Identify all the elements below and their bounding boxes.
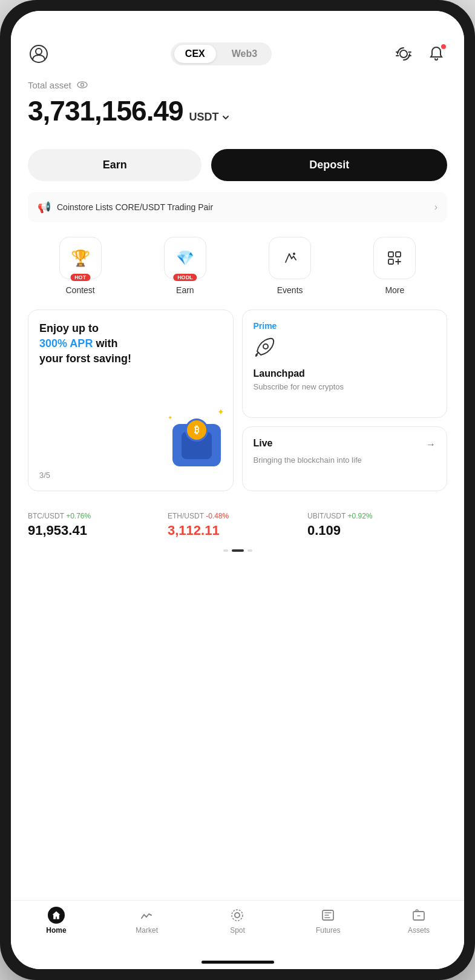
earn-card-title: Enjoy up to 300% APR with your forst sav… — [39, 321, 222, 367]
live-card-header: Live → — [254, 438, 436, 451]
notification-icon[interactable] — [425, 43, 447, 65]
nav-home[interactable]: Home — [11, 907, 102, 935]
futures-nav-label: Futures — [316, 926, 341, 935]
ubit-change: +0.92% — [347, 512, 372, 520]
notification-dot — [441, 44, 446, 49]
svg-point-10 — [235, 913, 240, 918]
exchange-mode-toggle: CEX Web3 — [171, 42, 272, 65]
announcement-banner[interactable]: 📢 Coinstore Lists CORE/USDT Trading Pair… — [28, 192, 447, 222]
main-content: Total asset 3,731,156.49 USDT — [11, 73, 464, 900]
asset-value: 3,731,156.49 — [28, 94, 183, 127]
futures-nav-icon — [319, 907, 336, 924]
web3-tab[interactable]: Web3 — [221, 45, 268, 63]
market-dot-3 — [247, 549, 252, 552]
quick-action-events[interactable]: Events — [238, 237, 342, 295]
nav-assets[interactable]: Assets — [373, 907, 464, 935]
market-dot-1 — [223, 549, 228, 552]
spot-nav-icon — [229, 907, 246, 924]
btc-price: 91,953.41 — [28, 523, 168, 538]
home-nav-label: Home — [46, 926, 66, 935]
markets-section: BTC/USDT +0.76% 91,953.41 ETH/USDT -0.48… — [28, 506, 447, 552]
more-icon-box — [373, 237, 416, 279]
svg-rect-8 — [388, 259, 393, 264]
quick-action-earn[interactable]: 💎 HODL Earn — [133, 237, 237, 295]
earn-button[interactable]: Earn — [28, 149, 201, 181]
btc-change: +0.76% — [66, 512, 91, 520]
earn-promo-card[interactable]: Enjoy up to 300% APR with your forst sav… — [28, 310, 234, 491]
eye-icon[interactable] — [76, 79, 88, 91]
contest-label: Contest — [66, 285, 95, 295]
events-svg-icon — [281, 249, 299, 267]
market-pagination — [28, 549, 447, 552]
market-nav-label: Market — [136, 926, 158, 935]
home-bar — [11, 955, 464, 969]
phone-screen: CEX Web3 — [11, 11, 464, 969]
market-item-btc[interactable]: BTC/USDT +0.76% 91,953.41 — [28, 506, 168, 545]
announcement-icon: 📢 — [38, 200, 51, 214]
svg-point-5 — [293, 253, 295, 255]
home-nav-icon — [48, 907, 65, 924]
asset-amount: 3,731,156.49 USDT — [28, 94, 447, 127]
earn-card-illustration: ₿ ✦ ✦ — [166, 406, 227, 466]
cex-tab[interactable]: CEX — [174, 45, 216, 63]
nav-futures[interactable]: Futures — [283, 907, 373, 935]
action-buttons: Earn Deposit — [28, 149, 447, 181]
launchpad-icon — [254, 336, 277, 363]
market-nav-icon — [139, 907, 156, 924]
bottom-navigation: Home Market Spot — [11, 900, 464, 955]
eth-change: -0.48% — [206, 512, 229, 520]
launchpad-card[interactable]: Prime Launchpad Subscribe for new crypto… — [242, 310, 448, 418]
header-right-icons — [393, 43, 447, 65]
earn-card-page: 3/5 — [39, 471, 50, 480]
more-svg-icon — [385, 249, 404, 267]
btc-pair: BTC/USDT +0.76% — [28, 512, 168, 520]
svg-rect-6 — [388, 252, 393, 257]
market-item-eth[interactable]: ETH/USDT -0.48% 3,112.11 — [168, 506, 307, 545]
market-items: BTC/USDT +0.76% 91,953.41 ETH/USDT -0.48… — [28, 506, 447, 545]
announcement-chevron: › — [434, 202, 437, 213]
svg-rect-7 — [396, 252, 401, 257]
live-arrow-icon: → — [426, 439, 436, 450]
eth-price: 3,112.11 — [168, 523, 307, 538]
contest-icon-box: 🏆 HOT — [59, 237, 102, 279]
home-indicator — [201, 961, 274, 964]
ubit-price: 0.109 — [307, 523, 447, 538]
svg-point-3 — [77, 82, 87, 88]
app-header: CEX Web3 — [11, 38, 464, 73]
svg-point-4 — [80, 84, 84, 87]
nav-spot[interactable]: Spot — [192, 907, 283, 935]
live-card[interactable]: Live → Bringing the blockchain into life — [242, 426, 448, 491]
earn-icon-box: 💎 HODL — [164, 237, 206, 279]
assets-nav-icon — [410, 907, 427, 924]
market-item-ubit[interactable]: UBIT/USDT +0.92% 0.109 — [307, 506, 447, 545]
status-bar — [11, 11, 464, 38]
events-icon-box — [269, 237, 311, 279]
cards-grid: Enjoy up to 300% APR with your forst sav… — [28, 310, 447, 491]
nav-market[interactable]: Market — [102, 907, 192, 935]
earn-card-content: Enjoy up to 300% APR with your forst sav… — [39, 321, 222, 367]
prime-label: Prime — [254, 321, 277, 331]
apr-highlight: 300% APR — [39, 337, 93, 349]
asset-currency: USDT — [189, 111, 230, 124]
phone-frame: CEX Web3 — [0, 0, 475, 980]
hot-badge: HOT — [70, 274, 90, 281]
assets-nav-label: Assets — [408, 926, 430, 935]
profile-icon[interactable] — [28, 43, 50, 65]
support-icon[interactable] — [393, 43, 414, 65]
hodl-badge: HODL — [173, 274, 197, 281]
currency-dropdown-icon[interactable] — [221, 113, 230, 122]
quick-action-more[interactable]: More — [342, 237, 447, 295]
quick-actions: 🏆 HOT Contest 💎 HODL Earn — [28, 237, 447, 295]
ubit-pair: UBIT/USDT +0.92% — [307, 512, 447, 520]
earn-nav-label: Earn — [176, 285, 194, 295]
live-title: Live — [254, 438, 273, 449]
events-label: Events — [277, 285, 303, 295]
quick-action-contest[interactable]: 🏆 HOT Contest — [28, 237, 133, 295]
asset-section: Total asset 3,731,156.49 USDT — [28, 73, 447, 138]
market-dot-2 — [232, 549, 244, 552]
svg-point-9 — [263, 344, 268, 349]
launchpad-title: Launchpad — [254, 368, 305, 379]
live-subtitle: Bringing the blockchain into life — [254, 455, 436, 466]
more-label: More — [385, 285, 404, 295]
deposit-button[interactable]: Deposit — [211, 149, 447, 181]
